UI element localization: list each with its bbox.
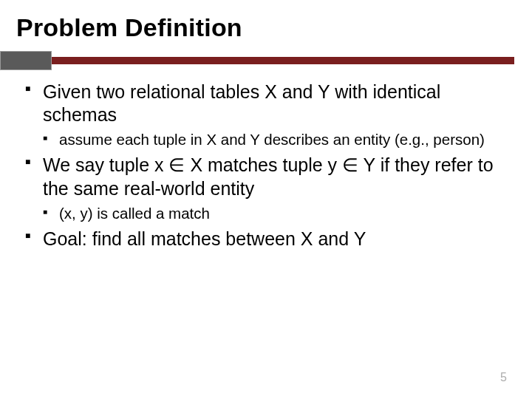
title-rule-bar <box>0 57 514 64</box>
slide: Problem Definition Given two relational … <box>0 0 532 399</box>
element-of-symbol: ∈ <box>168 155 185 175</box>
page-number: 5 <box>500 371 507 384</box>
title-rule <box>0 51 532 70</box>
sub-bullet-item: (x, y) is called a match <box>43 204 516 223</box>
title-rule-tab <box>0 51 52 70</box>
sub-bullet-text: (x, y) is called a match <box>59 205 210 222</box>
sub-bullet-list: assume each tuple in X and Y describes a… <box>43 130 516 149</box>
bullet-text-part: We say tuple x <box>43 154 168 175</box>
bullet-text: Given two relational tables X and Y with… <box>43 81 440 125</box>
sub-bullet-list: (x, y) is called a match <box>43 204 516 223</box>
sub-bullet-item: assume each tuple in X and Y describes a… <box>43 130 516 149</box>
slide-title: Problem Definition <box>0 0 532 51</box>
sub-bullet-text: assume each tuple in X and Y describes a… <box>59 131 485 148</box>
bullet-text: Goal: find all matches between X and Y <box>43 228 366 249</box>
bullet-item: Given two relational tables X and Y with… <box>25 81 516 149</box>
bullet-text-part: X matches tuple y <box>185 154 342 175</box>
slide-body: Given two relational tables X and Y with… <box>0 81 532 250</box>
element-of-symbol: ∈ <box>342 155 358 175</box>
bullet-item: We say tuple x ∈ X matches tuple y ∈ Y i… <box>25 154 516 223</box>
bullet-list: Given two relational tables X and Y with… <box>25 81 516 250</box>
bullet-item: Goal: find all matches between X and Y <box>25 228 516 250</box>
